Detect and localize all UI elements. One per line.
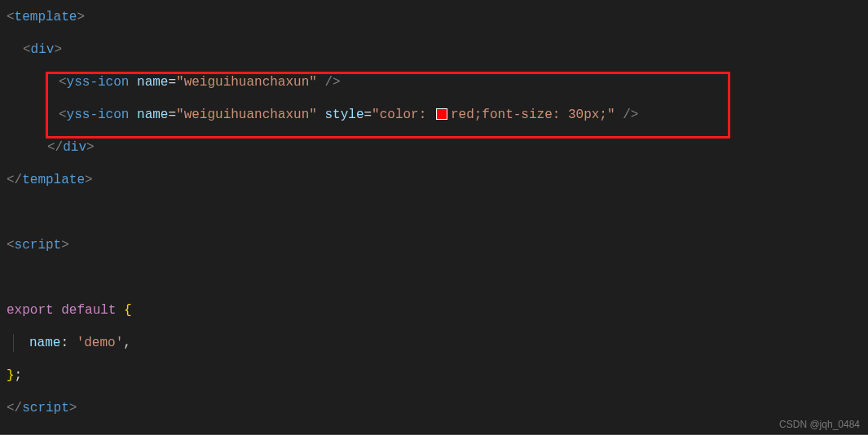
code-line: <template> — [7, 8, 861, 26]
color-swatch-icon — [436, 108, 447, 120]
code-line: }; — [7, 367, 861, 384]
code-line: </template> — [7, 171, 861, 189]
blank-line — [7, 269, 861, 287]
code-line: <div> — [7, 41, 861, 59]
watermark: CSDN @jqh_0484 — [779, 419, 860, 430]
code-line: <script> — [7, 236, 861, 254]
code-line: </script> — [7, 399, 861, 417]
blank-line — [7, 204, 861, 222]
code-line: name: 'demo', — [7, 334, 861, 352]
code-line: <yss-icon name="weiguihuanchaxun" style=… — [7, 106, 861, 124]
code-line: <yss-icon name="weiguihuanchaxun" /> — [7, 73, 861, 91]
code-line: </div> — [7, 138, 861, 156]
code-line: export default { — [7, 301, 861, 319]
code-editor[interactable]: <template> <div> <yss-icon name="weiguih… — [0, 0, 868, 435]
